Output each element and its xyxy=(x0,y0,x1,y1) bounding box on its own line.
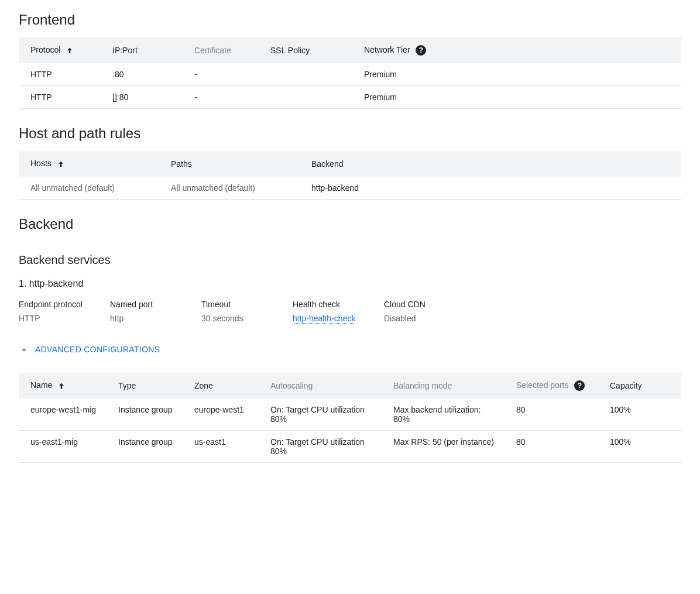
col-capacity[interactable]: Capacity xyxy=(598,373,681,399)
hostpath-table: Hosts Paths Backend All unmatched (defau… xyxy=(19,151,681,200)
cell-capacity: 100% xyxy=(598,399,681,431)
cell-name: us-east1-mig xyxy=(19,430,107,462)
cell-ipport: []:80 xyxy=(101,86,183,109)
col-hosts[interactable]: Hosts xyxy=(19,151,159,177)
backends-table: Name Type Zone Autoscaling Balancing mod… xyxy=(19,373,681,463)
col-hosts-label: Hosts xyxy=(30,159,52,168)
col-backend[interactable]: Backend xyxy=(300,151,681,177)
health-check-label: Health check xyxy=(293,300,363,309)
col-ports[interactable]: Selected ports ? xyxy=(505,373,598,399)
endpoint-protocol-value: HTTP xyxy=(19,314,89,323)
col-networktier-label: Network Tier xyxy=(364,45,410,54)
hostpath-title: Host and path rules xyxy=(19,125,681,142)
backend-title: Backend xyxy=(19,216,681,232)
col-paths[interactable]: Paths xyxy=(159,151,300,177)
col-protocol-label: Protocol xyxy=(30,45,60,54)
col-sslpolicy[interactable]: SSL Policy xyxy=(259,37,352,63)
col-zone[interactable]: Zone xyxy=(183,373,259,399)
health-check-link[interactable]: http-health-check xyxy=(293,314,355,324)
cell-ports: 80 xyxy=(505,430,598,462)
cell-balancing: Max backend utilization: 80% xyxy=(382,399,505,431)
named-port-value: http xyxy=(110,314,180,323)
chevron-down-icon xyxy=(19,344,29,355)
backend-services-title: Backend services xyxy=(19,253,681,267)
backend-kv-row: Endpoint protocol HTTP Named port http T… xyxy=(19,300,681,323)
col-type[interactable]: Type xyxy=(107,373,183,399)
cell-certificate: - xyxy=(183,86,259,109)
cell-type: Instance group xyxy=(107,399,183,431)
cell-autoscaling: On: Target CPU utilization 80% xyxy=(259,430,382,462)
col-name-label: Name xyxy=(30,380,52,390)
table-row: HTTP []:80 - Premium xyxy=(19,86,681,109)
col-ports-label: Selected ports xyxy=(516,380,569,390)
named-port-label: Named port xyxy=(110,300,180,309)
col-autoscaling[interactable]: Autoscaling xyxy=(259,373,382,399)
col-name[interactable]: Name xyxy=(19,373,107,399)
cell-networktier: Premium xyxy=(352,63,681,86)
cloud-cdn-value: Disabled xyxy=(384,314,454,323)
frontend-table: Protocol IP:Port Certificate SSL Policy … xyxy=(19,37,681,109)
cell-ipport: :80 xyxy=(101,63,183,86)
timeout-value: 30 seconds xyxy=(201,314,272,323)
advanced-config-expander[interactable]: ADVANCED CONFIGURATIONS xyxy=(19,344,160,355)
arrow-up-icon xyxy=(57,380,66,390)
cell-ports: 80 xyxy=(505,399,598,431)
arrow-up-icon xyxy=(56,159,66,169)
table-row: All unmatched (default) All unmatched (d… xyxy=(19,177,681,200)
table-row: us-east1-mig Instance group us-east1 On:… xyxy=(19,430,681,462)
cell-sslpolicy xyxy=(259,63,352,86)
frontend-title: Frontend xyxy=(19,12,681,28)
arrow-up-icon xyxy=(65,46,74,56)
table-row: europe-west1-mig Instance group europe-w… xyxy=(19,399,681,431)
cell-zone: europe-west1 xyxy=(183,399,259,431)
cell-name: europe-west1-mig xyxy=(19,399,107,431)
cell-type: Instance group xyxy=(107,430,183,462)
cell-certificate: - xyxy=(183,63,259,86)
cloud-cdn-label: Cloud CDN xyxy=(384,300,454,309)
advanced-config-label: ADVANCED CONFIGURATIONS xyxy=(35,345,160,354)
endpoint-protocol-label: Endpoint protocol xyxy=(19,300,89,309)
col-protocol[interactable]: Protocol xyxy=(19,37,101,63)
cell-networktier: Premium xyxy=(352,86,681,109)
col-balancing[interactable]: Balancing mode xyxy=(382,373,505,399)
cell-balancing: Max RPS: 50 (per instance) xyxy=(382,430,505,462)
col-ipport[interactable]: IP:Port xyxy=(101,37,183,63)
cell-sslpolicy xyxy=(259,86,352,109)
help-icon[interactable]: ? xyxy=(416,45,426,56)
table-row: HTTP :80 - Premium xyxy=(19,63,681,86)
col-certificate[interactable]: Certificate xyxy=(183,37,259,63)
help-icon[interactable]: ? xyxy=(574,380,585,391)
cell-autoscaling: On: Target CPU utilization 80% xyxy=(259,399,382,431)
cell-hosts: All unmatched (default) xyxy=(19,177,159,200)
cell-backend: http-backend xyxy=(300,177,681,200)
timeout-label: Timeout xyxy=(201,300,272,309)
cell-capacity: 100% xyxy=(598,430,681,462)
col-networktier[interactable]: Network Tier ? xyxy=(352,37,681,63)
cell-paths: All unmatched (default) xyxy=(159,177,300,200)
cell-zone: us-east1 xyxy=(183,430,259,462)
cell-protocol: HTTP xyxy=(19,86,101,109)
cell-protocol: HTTP xyxy=(19,63,101,86)
backend-service-name: 1. http-backend xyxy=(19,279,681,289)
